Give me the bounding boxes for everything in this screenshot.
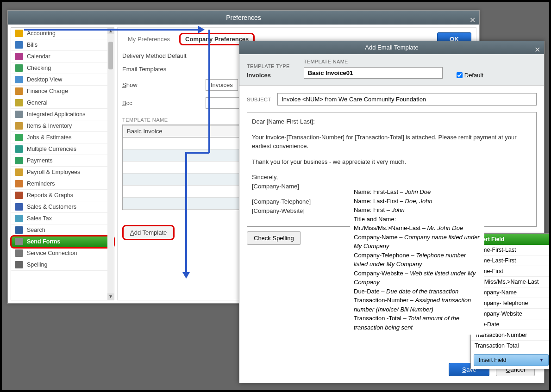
annotation-arrow [208, 30, 210, 153]
sidebar-item-spelling[interactable]: Spelling [11, 259, 114, 271]
check-spelling-button[interactable]: Check Spelling [247, 231, 301, 245]
scrollbar[interactable] [107, 28, 114, 300]
sidebar-icon [15, 76, 23, 83]
sidebar-icon [15, 249, 23, 257]
template-type-label: TEMPLATE TYPE [247, 63, 290, 69]
insert-field-button[interactable]: Insert Field▼ [474, 354, 549, 366]
sidebar-item-reminders[interactable]: Reminders [11, 178, 114, 190]
sidebar-icon [15, 41, 23, 49]
field-description-line: Mr./Miss/Ms.>Name-Last – Mr. John Doe [354, 224, 481, 233]
annotation-arrow [24, 29, 199, 31]
sidebar-item-service-connection[interactable]: Service Connection [11, 248, 114, 259]
sidebar-item-jobs-estimates[interactable]: Jobs & Estimates [11, 132, 114, 143]
sidebar-item-label: Reports & Graphs [27, 192, 73, 199]
preferences-title: Preferences [226, 14, 261, 21]
template-row[interactable] [123, 174, 242, 186]
sidebar-item-send-forms[interactable]: Send Forms [11, 236, 114, 248]
sidebar-item-payments[interactable]: Payments [11, 155, 114, 167]
sidebar-item-label: Reminders [27, 180, 55, 187]
sidebar-item-label: Sales Tax [27, 215, 52, 222]
sidebar-item-calendar[interactable]: Calendar [11, 51, 114, 62]
body-p1: Your invoice-[Transaction-Number] for [T… [252, 133, 532, 151]
close-icon[interactable]: ✕ [470, 13, 476, 27]
sidebar-icon [15, 261, 23, 268]
sidebar-item-bills[interactable]: Bills [11, 39, 114, 51]
insert-field-option[interactable]: Transaction-Total [471, 341, 551, 351]
template-type-value: Invoices [247, 72, 290, 79]
field-description-line: Name: First-Last – John Doe [354, 187, 481, 197]
sidebar-item-search[interactable]: Search [11, 224, 114, 236]
preferences-sidebar: AccountingBillsCalendarCheckingDesktop V… [11, 27, 114, 300]
template-name-input[interactable] [304, 67, 443, 79]
sidebar-item-label: Send Forms [27, 238, 60, 245]
sidebar-icon [15, 215, 23, 222]
field-description-line: Company-Name – Company name listed under… [354, 233, 481, 251]
sidebar-icon [15, 168, 23, 176]
field-description-line: Title and Name: [354, 215, 481, 224]
sidebar-item-label: Bills [27, 42, 38, 48]
body-greeting: Dear [Name-First-Last]: [252, 117, 532, 126]
annotation-arrow [185, 152, 187, 273]
template-list: Basic Invoice [122, 124, 243, 210]
tab-my-preferences[interactable]: My Preferences [122, 34, 175, 44]
sidebar-item-label: Search [27, 227, 45, 233]
sidebar-item-reports-graphs[interactable]: Reports & Graphs [11, 190, 114, 201]
sidebar-icon [15, 64, 23, 72]
show-label: Show [122, 81, 196, 88]
field-description-line: Company-Website – Web site listed under … [354, 269, 481, 287]
default-checkbox[interactable]: Default [457, 72, 483, 79]
email-dialog-titlebar: Add Email Template ✕ [239, 41, 544, 54]
sidebar-item-label: Checking [27, 65, 51, 71]
sidebar-item-items-inventory[interactable]: Items & Inventory [11, 120, 114, 132]
sidebar-item-label: Finance Charge [27, 88, 68, 94]
sidebar-icon [15, 87, 23, 95]
field-description-line: Company-Telephone – Telephone number lis… [354, 251, 481, 269]
template-row[interactable] [123, 149, 242, 162]
close-icon[interactable]: ✕ [534, 44, 540, 56]
scroll-down-icon[interactable]: ▼ [107, 293, 114, 300]
template-row[interactable] [123, 186, 242, 198]
sidebar-item-desktop-view[interactable]: Desktop View [11, 74, 114, 86]
sidebar-icon [15, 157, 23, 164]
body-p2: Thank you for your business - we appreci… [252, 157, 532, 167]
sidebar-item-label: Integrated Applications [27, 111, 85, 118]
sidebar-item-label: Multiple Currencies [27, 146, 76, 152]
template-row[interactable] [123, 137, 242, 149]
sidebar-icon [15, 145, 23, 153]
sidebar-item-integrated-applications[interactable]: Integrated Applications [11, 109, 114, 120]
sidebar-item-payroll-employees[interactable]: Payroll & Employees [11, 167, 114, 178]
sidebar-item-sales-tax[interactable]: Sales Tax [11, 213, 114, 224]
field-description-line: Name: First – John [354, 205, 481, 215]
sidebar-item-label: Sales & Customers [27, 204, 76, 210]
add-template-button[interactable]: Add Template [122, 225, 175, 240]
annotation-arrowhead-icon [198, 26, 205, 33]
template-row[interactable]: Basic Invoice [123, 125, 242, 137]
template-row[interactable] [123, 198, 242, 210]
default-checkbox-input[interactable] [457, 72, 463, 78]
default-label: Default [464, 72, 483, 79]
template-row[interactable] [123, 162, 242, 174]
annotation-arrow [185, 152, 209, 154]
sidebar-item-multiple-currencies[interactable]: Multiple Currencies [11, 143, 114, 155]
template-name-label: TEMPLATE NAME [304, 59, 443, 64]
sidebar-item-general[interactable]: General [11, 97, 114, 109]
email-dialog-title: Add Email Template [365, 44, 418, 51]
sidebar-item-checking[interactable]: Checking [11, 62, 114, 74]
bcc-label: Bcc [122, 100, 196, 106]
sidebar-item-label: Service Connection [27, 250, 77, 256]
sidebar-item-sales-customers[interactable]: Sales & Customers [11, 201, 114, 213]
sidebar-icon [15, 203, 23, 211]
sidebar-item-label: Payments [27, 157, 53, 164]
field-description-line: Transaction-Number – Assigned transactio… [354, 296, 481, 314]
sidebar-icon [15, 134, 23, 141]
sidebar-item-label: Accounting [27, 30, 56, 37]
sidebar-icon [15, 226, 23, 234]
sidebar-icon [15, 111, 23, 118]
field-description-overlay: Name: First-Last – John DoeName: Last-Fi… [350, 185, 484, 335]
sidebar-icon [15, 180, 23, 187]
chevron-down-icon: ▼ [539, 358, 544, 362]
sidebar-item-label: Desktop View [27, 76, 62, 83]
show-dropdown[interactable]: Invoices [206, 79, 238, 91]
subject-input[interactable] [277, 93, 537, 106]
sidebar-item-finance-charge[interactable]: Finance Charge [11, 86, 114, 97]
